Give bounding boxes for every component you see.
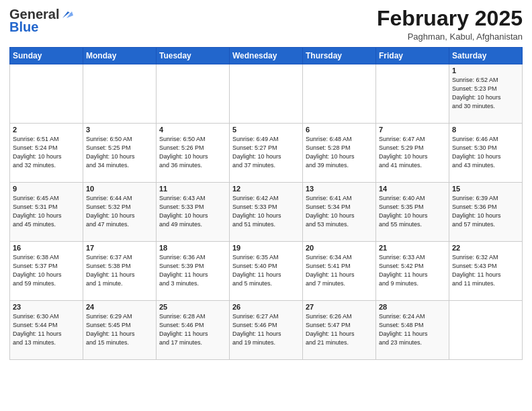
logo: General Blue xyxy=(9,7,74,35)
table-row: 26Sunrise: 6:27 AM Sunset: 5:46 PM Dayli… xyxy=(230,301,303,360)
day-number: 28 xyxy=(379,303,446,311)
page: General Blue February 2025 Paghman, Kabu… xyxy=(0,0,532,411)
day-number: 6 xyxy=(306,126,373,134)
day-number: 3 xyxy=(86,126,153,134)
day-info: Sunrise: 6:44 AM Sunset: 5:32 PM Dayligh… xyxy=(86,194,153,229)
day-number: 15 xyxy=(452,185,519,193)
table-row: 12Sunrise: 6:42 AM Sunset: 5:33 PM Dayli… xyxy=(230,183,303,242)
day-info: Sunrise: 6:37 AM Sunset: 5:38 PM Dayligh… xyxy=(86,253,153,288)
month-title: February 2025 xyxy=(377,7,523,30)
table-row: 6Sunrise: 6:48 AM Sunset: 5:28 PM Daylig… xyxy=(303,124,376,183)
day-info: Sunrise: 6:40 AM Sunset: 5:35 PM Dayligh… xyxy=(379,194,446,229)
day-number: 5 xyxy=(232,126,300,134)
day-number: 25 xyxy=(159,303,226,311)
table-row: 23Sunrise: 6:30 AM Sunset: 5:44 PM Dayli… xyxy=(10,301,83,360)
table-row: 2Sunrise: 6:51 AM Sunset: 5:24 PM Daylig… xyxy=(10,124,83,183)
table-row: 25Sunrise: 6:28 AM Sunset: 5:46 PM Dayli… xyxy=(157,301,230,360)
day-number: 17 xyxy=(86,244,153,252)
day-info: Sunrise: 6:49 AM Sunset: 5:27 PM Dayligh… xyxy=(232,135,300,170)
day-info: Sunrise: 6:48 AM Sunset: 5:28 PM Dayligh… xyxy=(306,135,373,170)
day-number: 8 xyxy=(452,126,519,134)
day-info: Sunrise: 6:50 AM Sunset: 5:26 PM Dayligh… xyxy=(159,135,226,170)
table-row xyxy=(449,301,523,360)
table-row xyxy=(230,64,303,124)
day-info: Sunrise: 6:39 AM Sunset: 5:36 PM Dayligh… xyxy=(452,194,519,229)
col-saturday: Saturday xyxy=(449,48,523,64)
day-number: 13 xyxy=(306,185,373,193)
table-row xyxy=(157,64,230,124)
table-row: 17Sunrise: 6:37 AM Sunset: 5:38 PM Dayli… xyxy=(83,242,157,301)
day-info: Sunrise: 6:52 AM Sunset: 5:23 PM Dayligh… xyxy=(452,76,519,111)
day-info: Sunrise: 6:26 AM Sunset: 5:47 PM Dayligh… xyxy=(306,312,373,347)
table-row: 11Sunrise: 6:43 AM Sunset: 5:33 PM Dayli… xyxy=(157,183,230,242)
calendar-table: Sunday Monday Tuesday Wednesday Thursday… xyxy=(9,47,523,360)
logo-bird-icon xyxy=(60,9,73,21)
calendar-week-row: 9Sunrise: 6:45 AM Sunset: 5:31 PM Daylig… xyxy=(10,183,523,242)
day-info: Sunrise: 6:42 AM Sunset: 5:33 PM Dayligh… xyxy=(232,194,300,229)
day-number: 20 xyxy=(306,244,373,252)
day-number: 2 xyxy=(13,126,80,134)
day-info: Sunrise: 6:29 AM Sunset: 5:45 PM Dayligh… xyxy=(86,312,153,347)
table-row: 22Sunrise: 6:32 AM Sunset: 5:43 PM Dayli… xyxy=(449,242,523,301)
day-number: 1 xyxy=(452,66,519,75)
day-info: Sunrise: 6:45 AM Sunset: 5:31 PM Dayligh… xyxy=(13,194,80,229)
table-row: 18Sunrise: 6:36 AM Sunset: 5:39 PM Dayli… xyxy=(157,242,230,301)
table-row: 1Sunrise: 6:52 AM Sunset: 5:23 PM Daylig… xyxy=(449,64,523,124)
day-info: Sunrise: 6:46 AM Sunset: 5:30 PM Dayligh… xyxy=(452,135,519,170)
location: Paghman, Kabul, Afghanistan xyxy=(377,32,523,42)
calendar-week-row: 16Sunrise: 6:38 AM Sunset: 5:37 PM Dayli… xyxy=(10,242,523,301)
day-number: 9 xyxy=(13,185,80,193)
day-info: Sunrise: 6:27 AM Sunset: 5:46 PM Dayligh… xyxy=(232,312,300,347)
day-number: 12 xyxy=(232,185,300,193)
calendar-week-row: 1Sunrise: 6:52 AM Sunset: 5:23 PM Daylig… xyxy=(10,64,523,124)
table-row: 19Sunrise: 6:35 AM Sunset: 5:40 PM Dayli… xyxy=(230,242,303,301)
day-info: Sunrise: 6:24 AM Sunset: 5:48 PM Dayligh… xyxy=(379,312,446,347)
calendar-week-row: 23Sunrise: 6:30 AM Sunset: 5:44 PM Dayli… xyxy=(10,301,523,360)
table-row xyxy=(303,64,376,124)
day-number: 27 xyxy=(306,303,373,311)
day-info: Sunrise: 6:43 AM Sunset: 5:33 PM Dayligh… xyxy=(159,194,226,229)
day-info: Sunrise: 6:28 AM Sunset: 5:46 PM Dayligh… xyxy=(159,312,226,347)
table-row: 20Sunrise: 6:34 AM Sunset: 5:41 PM Dayli… xyxy=(303,242,376,301)
table-row: 5Sunrise: 6:49 AM Sunset: 5:27 PM Daylig… xyxy=(230,124,303,183)
table-row: 24Sunrise: 6:29 AM Sunset: 5:45 PM Dayli… xyxy=(83,301,157,360)
day-number: 10 xyxy=(86,185,153,193)
day-number: 23 xyxy=(13,303,80,311)
table-row: 21Sunrise: 6:33 AM Sunset: 5:42 PM Dayli… xyxy=(376,242,449,301)
logo-blue: Blue xyxy=(9,19,38,35)
day-info: Sunrise: 6:38 AM Sunset: 5:37 PM Dayligh… xyxy=(13,253,80,288)
day-number: 21 xyxy=(379,244,446,252)
table-row: 28Sunrise: 6:24 AM Sunset: 5:48 PM Dayli… xyxy=(376,301,449,360)
header: General Blue February 2025 Paghman, Kabu… xyxy=(9,7,523,42)
title-section: February 2025 Paghman, Kabul, Afghanista… xyxy=(377,7,523,42)
table-row: 13Sunrise: 6:41 AM Sunset: 5:34 PM Dayli… xyxy=(303,183,376,242)
day-number: 14 xyxy=(379,185,446,193)
table-row: 16Sunrise: 6:38 AM Sunset: 5:37 PM Dayli… xyxy=(10,242,83,301)
table-row: 10Sunrise: 6:44 AM Sunset: 5:32 PM Dayli… xyxy=(83,183,157,242)
table-row: 7Sunrise: 6:47 AM Sunset: 5:29 PM Daylig… xyxy=(376,124,449,183)
table-row: 4Sunrise: 6:50 AM Sunset: 5:26 PM Daylig… xyxy=(157,124,230,183)
table-row xyxy=(10,64,83,124)
col-friday: Friday xyxy=(376,48,449,64)
day-info: Sunrise: 6:51 AM Sunset: 5:24 PM Dayligh… xyxy=(13,135,80,170)
col-sunday: Sunday xyxy=(10,48,83,64)
day-info: Sunrise: 6:36 AM Sunset: 5:39 PM Dayligh… xyxy=(159,253,226,288)
calendar-header-row: Sunday Monday Tuesday Wednesday Thursday… xyxy=(10,48,523,64)
day-number: 24 xyxy=(86,303,153,311)
day-info: Sunrise: 6:33 AM Sunset: 5:42 PM Dayligh… xyxy=(379,253,446,288)
day-number: 4 xyxy=(159,126,226,134)
day-number: 18 xyxy=(159,244,226,252)
day-info: Sunrise: 6:30 AM Sunset: 5:44 PM Dayligh… xyxy=(13,312,80,347)
day-number: 11 xyxy=(159,185,226,193)
col-tuesday: Tuesday xyxy=(157,48,230,64)
day-number: 7 xyxy=(379,126,446,134)
table-row: 14Sunrise: 6:40 AM Sunset: 5:35 PM Dayli… xyxy=(376,183,449,242)
day-info: Sunrise: 6:47 AM Sunset: 5:29 PM Dayligh… xyxy=(379,135,446,170)
col-monday: Monday xyxy=(83,48,157,64)
table-row: 27Sunrise: 6:26 AM Sunset: 5:47 PM Dayli… xyxy=(303,301,376,360)
day-number: 26 xyxy=(232,303,300,311)
day-info: Sunrise: 6:35 AM Sunset: 5:40 PM Dayligh… xyxy=(232,253,300,288)
table-row: 8Sunrise: 6:46 AM Sunset: 5:30 PM Daylig… xyxy=(449,124,523,183)
col-thursday: Thursday xyxy=(303,48,376,64)
day-info: Sunrise: 6:34 AM Sunset: 5:41 PM Dayligh… xyxy=(306,253,373,288)
